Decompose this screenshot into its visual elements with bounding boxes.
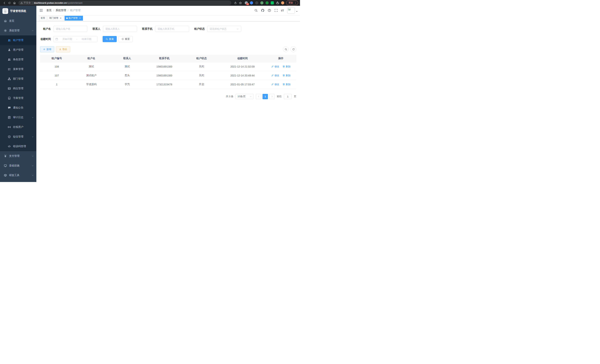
- delete-button[interactable]: 删除: [282, 83, 291, 86]
- dark-circle-extension-icon[interactable]: [255, 1, 258, 4]
- sidebar-item-4[interactable]: 角色管理: [0, 55, 36, 64]
- security-chip[interactable]: 不安全: [20, 1, 31, 4]
- sidebar-item-1[interactable]: 系统管理: [0, 26, 36, 36]
- sidebar-item-14[interactable]: 支付管理: [0, 151, 36, 161]
- cell-status: 关闭: [184, 71, 219, 80]
- close-icon[interactable]: ×: [79, 17, 81, 19]
- header-search-button[interactable]: [253, 6, 259, 15]
- cell-actions: 修改 删除: [265, 62, 296, 71]
- prev-page-button[interactable]: [256, 94, 261, 99]
- search-submit-button[interactable]: 搜索: [103, 36, 117, 42]
- total-count: 共 3 条: [226, 95, 233, 98]
- sidebar-item-9[interactable]: 通知公告: [0, 103, 36, 113]
- delete-button[interactable]: 删除: [282, 74, 291, 77]
- cell-tenant-name: 测试租户: [74, 71, 109, 80]
- page-content: 租户名 联系人 联系手机 租户状态 请选择租户状态: [36, 21, 300, 182]
- browser-home-button[interactable]: [12, 0, 17, 5]
- peoples-icon: [8, 39, 11, 42]
- page-size-select[interactable]: 10条/页: [236, 94, 254, 99]
- breadcrumb-system[interactable]: 系统管理: [56, 9, 66, 12]
- edit-button[interactable]: 修改: [271, 65, 279, 68]
- export-button[interactable]: 导出: [56, 46, 70, 52]
- sidebar-item-0[interactable]: 首页: [0, 16, 36, 26]
- cell-tenant-id: 1: [40, 80, 74, 89]
- date-range-picker[interactable]: 开始日期 - 结束日期: [53, 36, 97, 42]
- green-circle-extension-icon[interactable]: [265, 1, 269, 4]
- status-select[interactable]: 请选择租户状态: [207, 26, 241, 32]
- sidebar-item-13[interactable]: 错误码管理: [0, 141, 36, 151]
- puzzle-extension-icon[interactable]: [276, 1, 279, 4]
- sidebar-item-10[interactable]: 审计日志: [0, 113, 36, 122]
- back-button[interactable]: [2, 0, 7, 5]
- share-button[interactable]: [233, 0, 238, 5]
- chevron-down-icon: [250, 95, 252, 98]
- sidebar-item-15[interactable]: 基础设施: [0, 161, 36, 170]
- sidebar-item-7[interactable]: 岗位管理: [0, 84, 36, 93]
- toggle-search-button[interactable]: [283, 46, 289, 52]
- page-1-button[interactable]: 1: [262, 94, 268, 99]
- reset-button[interactable]: 重置: [119, 36, 133, 42]
- profile-avatar-extension-icon[interactable]: [281, 1, 284, 4]
- sidebar-item-5[interactable]: 菜单管理: [0, 64, 36, 74]
- gray-shield-extension-icon[interactable]: 10: [245, 1, 248, 4]
- hamburger-fold-icon: [39, 9, 43, 12]
- sidebar-item-3[interactable]: 用户管理: [0, 45, 36, 55]
- cell-actions: 修改 删除: [265, 80, 296, 89]
- delete-button[interactable]: 删除: [282, 65, 291, 68]
- edit-button[interactable]: 修改: [271, 83, 279, 86]
- refresh-icon: [292, 48, 295, 51]
- filter-row-1: 租户名 联系人 联系手机 租户状态 请选择租户状态: [40, 26, 296, 32]
- green-chat-extension-icon[interactable]: [271, 1, 274, 4]
- table-toolbar: 新增 导出: [40, 46, 296, 52]
- close-icon[interactable]: ×: [59, 17, 62, 19]
- sidebar-item-12[interactable]: 短信管理: [0, 132, 36, 141]
- contact-input[interactable]: [103, 26, 137, 32]
- breadcrumb-home[interactable]: 首页: [46, 9, 52, 12]
- address-bar[interactable]: 不安全 dashboard.yudao.iocoder.cn/system/te…: [18, 0, 231, 5]
- phone-label: 联系手机: [142, 27, 152, 31]
- phone-input[interactable]: [155, 26, 189, 32]
- tab-2[interactable]: 租户管理 ×: [65, 16, 83, 21]
- edit-button[interactable]: 修改: [271, 74, 279, 77]
- github-icon: [261, 9, 264, 12]
- reload-button[interactable]: [7, 0, 12, 5]
- goto-label: 前往: [277, 95, 282, 98]
- extension-badge: 10: [246, 3, 249, 5]
- app-logo-row[interactable]: 芋道管理系统: [0, 6, 36, 16]
- bookmark-button[interactable]: [238, 0, 243, 5]
- sidebar-toggle[interactable]: [36, 6, 46, 15]
- sidebar-item-8[interactable]: 字典管理: [0, 93, 36, 103]
- font-size-button[interactable]: tT: [279, 6, 286, 15]
- tenant-name-input[interactable]: [53, 26, 87, 32]
- blue-circle-extension-icon[interactable]: [250, 1, 253, 4]
- browser-chrome: 不安全 dashboard.yudao.iocoder.cn/system/te…: [0, 0, 300, 6]
- tab-1[interactable]: 部门管理 ×: [48, 16, 64, 21]
- sidebar-item-11[interactable]: 在线用户: [0, 122, 36, 132]
- navbar: 首页 / 系统管理 / 租户管理 tT: [36, 6, 300, 15]
- trash-icon: [282, 74, 285, 77]
- user-menu[interactable]: [287, 7, 298, 14]
- sidebar-item-2[interactable]: 租户管理: [0, 36, 36, 45]
- table-row: 1 芋道源码 芋艿 17321315478 开启 2021-01-05 17:0…: [40, 80, 296, 89]
- fullscreen-button[interactable]: [273, 6, 279, 15]
- dict-icon: [8, 97, 11, 100]
- sidebar: 芋道管理系统 首页 系统管理 租户管理 用户管理 角色管理 菜单管理 部门管理 …: [0, 6, 36, 182]
- next-page-button[interactable]: [269, 94, 275, 99]
- status-placeholder: 请选择租户状态: [210, 27, 226, 31]
- sidebar-item-16[interactable]: 研发工具: [0, 170, 36, 180]
- sidebar-item-6[interactable]: 部门管理: [0, 74, 36, 84]
- help-button[interactable]: [266, 6, 273, 15]
- goto-page-input[interactable]: [284, 94, 292, 99]
- column-header: 租户状态: [184, 55, 219, 62]
- tab-0[interactable]: 首页: [39, 16, 47, 21]
- chevron-right-icon: [271, 95, 273, 98]
- add-button[interactable]: 新增: [40, 46, 54, 52]
- online-icon: [8, 126, 11, 129]
- refresh-table-button[interactable]: [291, 46, 296, 52]
- cell-status: 关闭: [184, 62, 219, 71]
- update-button[interactable]: 更新: [286, 0, 298, 5]
- question-icon: [268, 9, 271, 12]
- github-button[interactable]: [259, 6, 266, 15]
- muted-green-circle-extension-icon[interactable]: [260, 1, 263, 4]
- contact-label: 联系人: [93, 27, 100, 31]
